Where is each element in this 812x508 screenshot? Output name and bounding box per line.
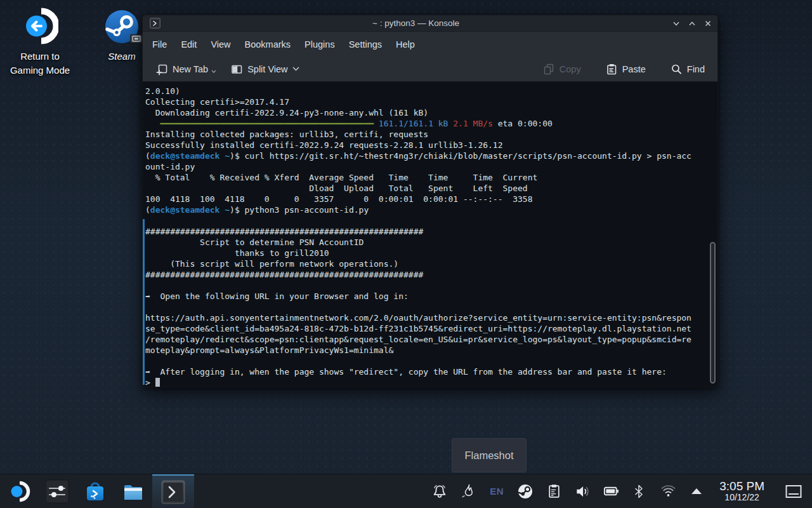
wifi-icon [660, 483, 677, 500]
paste-button[interactable]: Paste [601, 59, 650, 79]
menu-view[interactable]: View [204, 36, 237, 53]
desktop-icon-return-to-gaming-mode[interactable]: Return to Gaming Mode [2, 8, 78, 77]
wifi-tray-button[interactable] [660, 483, 676, 500]
menu-edit[interactable]: Edit [174, 36, 204, 53]
steam-icon [517, 483, 534, 500]
shortcut-emblem-icon [130, 34, 143, 43]
copy-button[interactable]: Copy [539, 59, 585, 79]
notifications-tray-button[interactable] [431, 483, 448, 500]
taskbar: EN [0, 474, 812, 508]
flame-icon [461, 483, 476, 499]
expand-tray-button[interactable] [688, 483, 705, 500]
gaming-mode-icon [22, 8, 58, 44]
search-icon [670, 63, 683, 76]
volume-tray-button[interactable] [574, 483, 591, 500]
caret-up-icon [689, 485, 704, 498]
flameshot-tray-button[interactable] [460, 483, 476, 500]
toolbar: New Tab Split View [143, 57, 717, 82]
bell-icon [431, 483, 448, 500]
copy-label: Copy [560, 64, 581, 74]
keyboard-layout-indicator[interactable]: EN [488, 483, 505, 500]
menu-settings[interactable]: Settings [342, 36, 389, 53]
chevron-down-icon [211, 70, 216, 74]
system-settings-button[interactable] [38, 474, 76, 508]
terminal-area[interactable]: 2.0.10)Collecting certifi>=2017.4.17 Dow… [143, 82, 717, 387]
split-view-button[interactable]: Split View [226, 59, 303, 79]
menu-help[interactable]: Help [389, 36, 422, 53]
chevron-down-icon [292, 67, 299, 71]
menu-plugins[interactable]: Plugins [298, 36, 342, 53]
new-tab-label: New Tab [173, 64, 208, 74]
battery-tray-button[interactable] [603, 483, 619, 500]
scrollbar-track[interactable] [709, 82, 716, 387]
paste-label: Paste [622, 64, 646, 74]
digital-clock[interactable]: 3:05 PM 10/12/22 [719, 479, 764, 503]
konsole-icon [160, 479, 186, 505]
terminal-output: 2.0.10)Collecting certifi>=2017.4.17 Dow… [145, 86, 706, 387]
split-view-label: Split View [247, 64, 287, 74]
discover-bag-icon [82, 479, 108, 504]
discover-button[interactable] [76, 474, 114, 508]
new-tab-button[interactable]: New Tab [152, 59, 220, 79]
copy-icon [542, 63, 555, 76]
new-output-indicator [143, 219, 145, 385]
settings-sliders-icon [44, 479, 70, 504]
flameshot-tooltip: Flameshot [452, 438, 527, 472]
folder-icon [121, 479, 146, 504]
desktop-icon-label: Return to [20, 51, 60, 62]
clock-date: 10/12/22 [719, 493, 764, 503]
show-desktop-button[interactable] [783, 474, 804, 508]
dolphin-file-manager-button[interactable] [114, 474, 152, 508]
window-titlebar[interactable]: ~ : python3 — Konsole [143, 15, 717, 32]
steam-tray-button[interactable] [517, 483, 534, 500]
tooltip-label: Flameshot [464, 450, 513, 462]
close-button[interactable] [703, 18, 712, 28]
konsole-window: ~ : python3 — Konsole File Edit View Boo… [142, 15, 718, 387]
bluetooth-tray-button[interactable] [631, 483, 648, 500]
find-label: Find [687, 64, 705, 74]
steam-icon [104, 9, 140, 44]
keyboard-layout-label: EN [490, 486, 504, 497]
menu-bar: File Edit View Bookmarks Plugins Setting… [143, 32, 717, 57]
menu-file[interactable]: File [145, 36, 174, 53]
clipboard-icon [546, 483, 562, 499]
new-tab-icon [155, 63, 168, 76]
split-view-icon [230, 63, 243, 76]
battery-icon [603, 483, 620, 499]
konsole-window-icon[interactable] [150, 18, 160, 29]
speaker-icon [574, 483, 591, 500]
steam-deck-logo-icon [6, 479, 32, 504]
desktop-icon-label: Gaming Mode [10, 65, 70, 76]
desktop-icon-steam[interactable]: Steam [95, 9, 149, 64]
show-desktop-icon [785, 484, 802, 499]
minimize-button[interactable] [671, 18, 681, 28]
scrollbar-thumb[interactable] [710, 242, 716, 384]
paste-icon [605, 63, 618, 76]
desktop-icon-label: Steam [108, 51, 135, 62]
application-launcher-button[interactable] [0, 474, 38, 508]
bluetooth-icon [632, 483, 647, 500]
clipboard-tray-button[interactable] [546, 483, 562, 500]
window-title: ~ : python3 — Konsole [160, 18, 671, 28]
find-button[interactable]: Find [666, 59, 709, 79]
clock-time: 3:05 PM [719, 479, 764, 493]
maximize-button[interactable] [687, 18, 697, 28]
menu-bookmarks[interactable]: Bookmarks [238, 36, 298, 53]
taskbar-konsole-task[interactable] [152, 474, 194, 508]
